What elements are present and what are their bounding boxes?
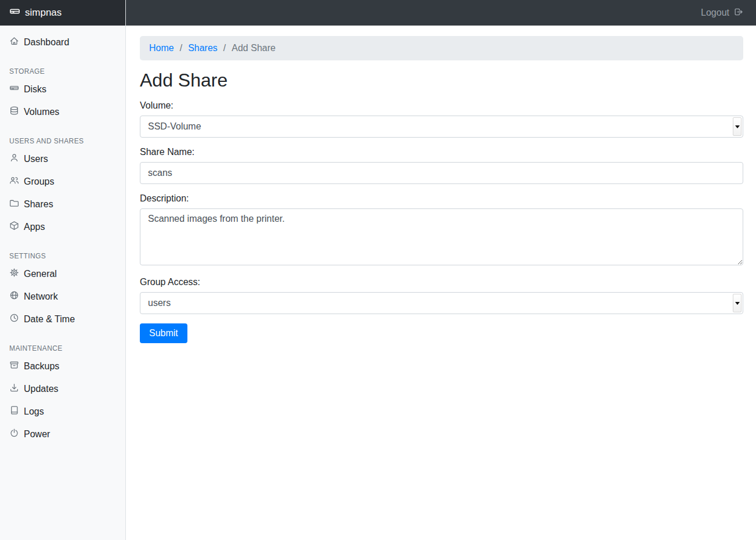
- breadcrumb-current: Add Share: [231, 43, 276, 53]
- sidebar-item-label: Disks: [24, 84, 46, 95]
- logout-label: Logout: [701, 8, 729, 18]
- sidebar-item-label: Backups: [24, 361, 59, 372]
- sidebar-item-volumes[interactable]: Volumes: [0, 101, 125, 123]
- archive-icon: [9, 360, 19, 372]
- group-access-select[interactable]: users: [140, 292, 743, 314]
- sidebar-item-label: Logs: [24, 406, 44, 417]
- sidebar-item-label: Volumes: [24, 107, 59, 117]
- sidebar-item-users[interactable]: Users: [0, 148, 125, 170]
- sidebar-section-users-shares: Users and Shares: [9, 137, 116, 145]
- sidebar-item-label: Updates: [24, 384, 59, 394]
- sidebar-item-shares[interactable]: Shares: [0, 193, 125, 215]
- add-share-form: Volume: SSD-Volume Share Name: Descripti…: [140, 100, 743, 343]
- sidebar-section-storage: Storage: [9, 67, 116, 75]
- breadcrumb-home[interactable]: Home: [149, 43, 174, 53]
- folder-icon: [9, 198, 19, 210]
- sidebar-section-maintenance: Maintenance: [9, 344, 116, 352]
- sidebar-item-groups[interactable]: Groups: [0, 171, 125, 192]
- sidebar-item-backups[interactable]: Backups: [0, 355, 125, 377]
- volume-label: Volume:: [140, 100, 743, 111]
- sidebar-section-settings: Settings: [9, 252, 116, 260]
- submit-button[interactable]: Submit: [140, 323, 187, 343]
- sidebar: simpnas Dashboard Storage: [0, 0, 126, 540]
- sidebar-item-label: Power: [24, 429, 50, 440]
- share-name-input[interactable]: [140, 162, 743, 184]
- group-access-select-value: users: [148, 298, 171, 308]
- group-access-label: Group Access:: [140, 277, 743, 287]
- journal-icon: [9, 405, 19, 417]
- sidebar-item-label: Groups: [24, 177, 54, 187]
- sidebar-item-label: Date & Time: [24, 314, 75, 325]
- person-icon: [9, 153, 19, 165]
- description-textarea[interactable]: Scanned images from the printer.: [140, 208, 743, 265]
- breadcrumb-separator: /: [218, 43, 231, 53]
- breadcrumb-separator: /: [174, 43, 188, 53]
- sidebar-item-label: Users: [24, 154, 48, 164]
- sidebar-item-general[interactable]: General: [0, 263, 125, 285]
- select-dropdown-arrow-icon: [733, 117, 741, 136]
- main-area: Logout Home / Shares / Add Share Add Sha…: [126, 0, 756, 540]
- power-icon: [9, 428, 19, 440]
- sidebar-item-label: General: [24, 269, 57, 279]
- select-dropdown-arrow-icon: [733, 294, 741, 312]
- sidebar-item-label: Apps: [24, 222, 45, 232]
- download-icon: [9, 383, 19, 395]
- breadcrumb: Home / Shares / Add Share: [140, 36, 743, 60]
- sidebar-item-power[interactable]: Power: [0, 423, 125, 445]
- top-navbar: Logout: [126, 0, 756, 26]
- volume-select[interactable]: SSD-Volume: [140, 116, 743, 138]
- gear-icon: [9, 268, 19, 280]
- hdd-icon: [9, 83, 19, 95]
- box-icon: [9, 221, 19, 233]
- sidebar-item-updates[interactable]: Updates: [0, 378, 125, 399]
- sidebar-item-label: Dashboard: [24, 37, 69, 48]
- share-name-label: Share Name:: [140, 147, 743, 157]
- app-window: simpnas Dashboard Storage: [0, 0, 756, 540]
- sidebar-item-dashboard[interactable]: Dashboard: [0, 31, 125, 53]
- page-title: Add Share: [140, 70, 743, 91]
- sidebar-nav: Dashboard Storage Disks: [0, 26, 125, 446]
- hdd-icon: [9, 6, 20, 20]
- box-arrow-right-icon: [733, 7, 743, 19]
- brand[interactable]: simpnas: [0, 0, 125, 26]
- brand-name: simpnas: [25, 7, 62, 19]
- sidebar-item-date-time[interactable]: Date & Time: [0, 308, 125, 330]
- volume-select-value: SSD-Volume: [148, 121, 201, 132]
- page-content: Home / Shares / Add Share Add Share Volu…: [126, 26, 756, 343]
- sidebar-item-logs[interactable]: Logs: [0, 401, 125, 422]
- globe-icon: [9, 290, 19, 303]
- breadcrumb-shares[interactable]: Shares: [188, 43, 218, 53]
- logout-button[interactable]: Logout: [701, 7, 743, 19]
- sidebar-item-apps[interactable]: Apps: [0, 216, 125, 237]
- sidebar-item-label: Shares: [24, 199, 53, 210]
- sidebar-item-disks[interactable]: Disks: [0, 78, 125, 100]
- sidebar-item-label: Network: [24, 291, 58, 302]
- sidebar-item-network[interactable]: Network: [0, 286, 125, 307]
- people-icon: [9, 175, 19, 188]
- clock-icon: [9, 313, 19, 325]
- house-icon: [9, 36, 19, 48]
- description-label: Description:: [140, 193, 743, 204]
- database-icon: [9, 106, 19, 118]
